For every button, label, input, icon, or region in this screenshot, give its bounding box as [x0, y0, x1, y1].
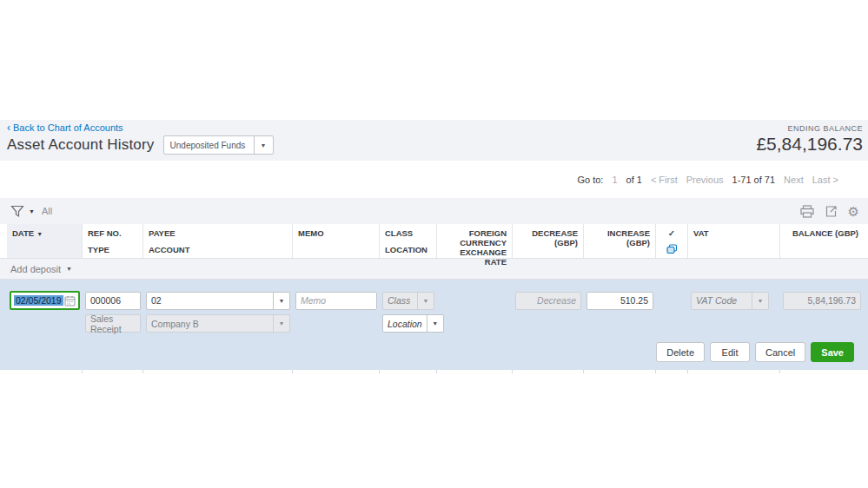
account-value: Company B [147, 315, 273, 332]
column-header-decrease: DECREASE (GBP) [513, 224, 584, 258]
account-select-value: Undeposited Funds [164, 136, 254, 154]
ending-balance: ENDING BALANCE £5,84,196.73 [756, 122, 863, 161]
cancel-button[interactable]: Cancel [755, 342, 805, 362]
ref-no-value: 000006 [90, 295, 121, 306]
page-title: Asset Account History [7, 136, 155, 154]
ending-balance-label: ENDING BALANCE [756, 124, 863, 133]
date-header-label: DATE [12, 228, 34, 238]
transaction-edit-row: 02/05/2019 000006 02 ▼ Memo Class [0, 280, 868, 370]
account-field: Company B ▼ [146, 314, 290, 333]
account-dropdown-arrow-icon: ▼ [273, 315, 289, 332]
delete-button[interactable]: Delete [656, 342, 705, 362]
check-icon: ✓ [668, 228, 675, 238]
settings-gear-icon[interactable]: ⚙ [848, 205, 859, 218]
increase-value: 510.25 [620, 295, 648, 306]
payee-value: 02 [147, 293, 273, 309]
top-whitespace [0, 0, 868, 120]
account-select[interactable]: Undeposited Funds ▼ [163, 135, 274, 155]
previous-page-link[interactable]: Previous [686, 175, 724, 185]
add-deposit-dropdown[interactable]: Add deposit ▼ [0, 259, 868, 280]
type-value: Sales Receipt [90, 313, 136, 334]
first-page-link[interactable]: < First [651, 175, 678, 185]
column-header-foreign-currency: FOREIGN CURRENCYEXCHANGE RATE [437, 224, 513, 258]
column-header-class-location: CLASSLOCATION [380, 224, 437, 258]
location-select[interactable]: Location ▼ [382, 314, 444, 333]
column-ticks [7, 370, 864, 373]
filter-button[interactable]: ▼ All [10, 205, 52, 218]
row-balance-field: 5,84,196.73 [783, 292, 861, 310]
row-range-label: 1-71 of 71 [732, 175, 776, 185]
next-page-link[interactable]: Next [784, 175, 804, 185]
go-to-label: Go to: [577, 175, 603, 185]
column-header-refno-type: REF NO.TYPE [83, 224, 143, 258]
filter-all-label: All [42, 206, 52, 216]
class-dropdown-arrow-icon: ▼ [417, 293, 434, 309]
pagination-bar: Go to: 1 of 1 < First Previous 1-71 of 7… [0, 161, 868, 198]
print-icon[interactable] [800, 205, 814, 218]
add-deposit-label: Add deposit [10, 264, 61, 274]
vat-placeholder: VAT Code [692, 293, 752, 309]
ending-balance-value: £5,84,196.73 [756, 134, 863, 155]
header-left: ‹ Back to Chart of Accounts Asset Accoun… [7, 122, 274, 161]
column-header-vat: VAT [688, 224, 780, 258]
column-header-payee-account: PAYEEACCOUNT [143, 224, 293, 258]
decrease-input: Decrease [515, 292, 581, 310]
location-placeholder: Location [383, 315, 427, 332]
filter-toolbar: ▼ All ⚙ [0, 198, 868, 224]
table-header: DATE▼ REF NO.TYPE PAYEEACCOUNT MEMO CLAS… [0, 224, 868, 259]
filter-funnel-icon [10, 205, 24, 218]
title-row: Asset Account History Undeposited Funds … [7, 135, 274, 155]
sort-arrow-icon: ▼ [36, 231, 43, 237]
row-balance-value: 5,84,196.73 [808, 295, 856, 306]
chevron-down-icon[interactable]: ▼ [254, 136, 273, 154]
payee-select[interactable]: 02 ▼ [146, 292, 290, 310]
edit-actions: Delete Edit Cancel Save [0, 342, 868, 362]
ref-no-input[interactable]: 000006 [85, 292, 141, 310]
export-icon[interactable] [825, 205, 838, 218]
vat-dropdown-arrow-icon: ▼ [752, 293, 768, 309]
column-header-balance: BALANCE (GBP) [780, 224, 864, 258]
type-field: Sales Receipt [85, 314, 141, 333]
filter-dropdown-arrow-icon: ▼ [29, 208, 35, 214]
decrease-placeholder: Decrease [537, 295, 576, 306]
vat-select: VAT Code ▼ [691, 292, 769, 310]
back-chevron-icon: ‹ [7, 122, 10, 133]
memo-placeholder: Memo [301, 295, 326, 306]
class-placeholder: Class [383, 293, 417, 309]
page-number-input[interactable]: 1 [612, 175, 617, 185]
date-input[interactable]: 02/05/2019 [10, 291, 80, 310]
save-button[interactable]: Save [811, 342, 854, 362]
back-to-chart-of-accounts-link[interactable]: ‹ Back to Chart of Accounts [7, 122, 274, 133]
date-value: 02/05/2019 [14, 295, 63, 306]
account-header-band: ‹ Back to Chart of Accounts Asset Accoun… [0, 120, 868, 161]
column-header-memo: MEMO [293, 224, 380, 258]
last-page-link[interactable]: Last > [812, 175, 838, 185]
location-dropdown-arrow-icon[interactable]: ▼ [427, 315, 443, 332]
payee-dropdown-arrow-icon[interactable]: ▼ [273, 293, 289, 309]
add-deposit-arrow-icon: ▼ [66, 266, 72, 272]
back-link-label: Back to Chart of Accounts [13, 122, 123, 133]
page-count-label: of 1 [626, 175, 642, 185]
copy-icon[interactable] [666, 244, 678, 254]
column-header-increase: INCREASE (GBP) [584, 224, 656, 258]
column-header-date[interactable]: DATE▼ [7, 224, 83, 258]
class-select: Class ▼ [382, 292, 434, 310]
memo-input[interactable]: Memo [295, 292, 377, 310]
edit-button[interactable]: Edit [710, 342, 750, 362]
increase-input[interactable]: 510.25 [586, 292, 653, 310]
table-tools: ⚙ [800, 205, 859, 218]
calendar-icon[interactable] [64, 295, 76, 307]
column-header-reconcile: ✓ [656, 224, 688, 258]
